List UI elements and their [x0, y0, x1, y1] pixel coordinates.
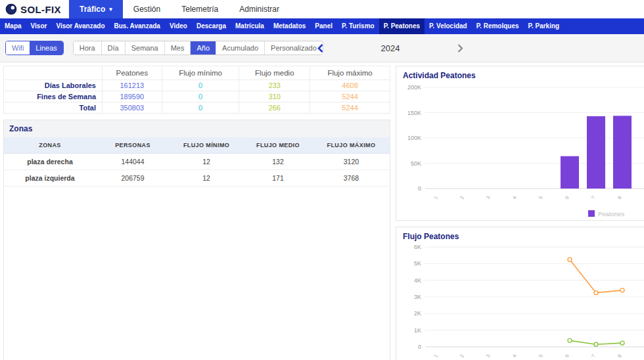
activity-chart-card: Actividad Peatones 050K100K150K200K12345…: [396, 66, 644, 221]
svg-text:6: 6: [564, 353, 570, 359]
period-personalizado-button[interactable]: Personalizado: [264, 41, 323, 55]
zones-header-flujo-medio: FLUJO MEDIO: [243, 137, 313, 154]
flow-line-chart[interactable]: 01K2K3K4K5K6K123456789101112: [396, 242, 644, 360]
subnav-item-visor-avanzado[interactable]: Visor Avanzado: [51, 18, 109, 34]
cell-flujo-maximo: 3120: [313, 154, 390, 170]
flow-chart-title: Flujo Peatones: [396, 227, 644, 242]
topnav-item-gestion[interactable]: Gestión: [123, 0, 171, 18]
topnav-item-administrar[interactable]: Administrar: [229, 0, 290, 18]
period-hora-button[interactable]: Hora: [74, 41, 101, 55]
svg-text:1K: 1K: [414, 327, 421, 334]
cell-personas: 206759: [96, 170, 170, 187]
brand-logo-icon: [5, 3, 17, 15]
subnav-item-descarga[interactable]: Descarga: [192, 18, 231, 34]
topnav-item-telemetria[interactable]: Telemetría: [171, 0, 229, 18]
summary-header-empty: [4, 66, 103, 80]
row-label: Total: [4, 102, 103, 114]
cell-flujo-medio: 266: [239, 102, 310, 114]
svg-text:1: 1: [432, 195, 439, 200]
subnav-item-mapa[interactable]: Mapa: [0, 18, 26, 34]
row-label: Fines de Semana: [4, 91, 103, 102]
topnav-item-trafico[interactable]: Tráfico ▾: [69, 0, 123, 18]
table-row: Días Laborales 161213 0 233 4608: [4, 80, 390, 91]
summary-header-flujo-minimo: Flujo mínimo: [162, 66, 239, 80]
next-year-button[interactable]: [455, 42, 465, 55]
svg-text:6K: 6K: [414, 244, 421, 250]
svg-text:100K: 100K: [407, 135, 421, 141]
brand[interactable]: SOL-FIX: [0, 3, 69, 15]
subnav-item-p-parking[interactable]: P. Parking: [524, 18, 564, 34]
period-ano-button[interactable]: Año: [190, 41, 216, 55]
svg-text:3K: 3K: [414, 294, 421, 300]
cell-peatones: 189590: [103, 91, 162, 102]
flow-chart-card: Flujo Peatones 01K2K3K4K5K6K123456789101…: [396, 227, 644, 360]
brand-name: SOL-FIX: [20, 4, 61, 15]
subnav-item-metadatos[interactable]: Metadatos: [269, 18, 310, 34]
svg-text:6: 6: [564, 195, 570, 200]
cell-flujo-maximo: 3768: [313, 170, 390, 187]
table-row: Fines de Semana 189590 0 310 5244: [4, 91, 390, 102]
subnav-item-bus-avanzada[interactable]: Bus. Avanzada: [110, 18, 165, 34]
svg-text:2K: 2K: [414, 310, 421, 317]
svg-text:3: 3: [485, 195, 492, 200]
table-row: Total 350803 0 266 5244: [4, 102, 390, 114]
zones-header-zonas: ZONAS: [4, 137, 96, 154]
cell-zona: plaza izquierda: [4, 170, 96, 187]
subnav-item-visor[interactable]: Visor: [26, 18, 52, 34]
svg-text:8: 8: [616, 195, 623, 200]
period-acumulado-button[interactable]: Acumulado: [216, 41, 264, 55]
period-semana-button[interactable]: Semana: [125, 41, 164, 55]
period-mes-button[interactable]: Mes: [164, 41, 191, 55]
cell-flujo-maximo: 5244: [310, 102, 390, 114]
cell-flujo-minimo: 0: [162, 80, 239, 91]
wifi-button[interactable]: Wifi: [6, 41, 30, 55]
period-toggle-group: Hora Día Semana Mes Año Acumulado Person…: [73, 41, 323, 55]
previous-year-button[interactable]: [315, 42, 325, 55]
svg-text:3: 3: [485, 353, 492, 359]
lineas-button[interactable]: Lineas: [30, 41, 62, 55]
source-toggle-group: Wifi Lineas: [5, 41, 64, 55]
tables-column: Peatones Flujo mínimo Flujo medio Flujo …: [0, 62, 393, 360]
zones-panel: Zonas ZONAS PERSONAS FLUJO MÍNIMO FLUJO …: [3, 120, 390, 360]
cell-flujo-minimo: 12: [170, 154, 243, 170]
table-row: plaza izquierda 206759 12 171 3768: [4, 170, 390, 187]
subnav-item-p-velocidad[interactable]: P. Velocidad: [425, 18, 472, 34]
cell-flujo-medio: 310: [239, 91, 310, 102]
summary-header-flujo-maximo: Flujo máximo: [310, 66, 390, 80]
subnav-item-video[interactable]: Video: [165, 18, 192, 34]
svg-text:5K: 5K: [414, 260, 421, 267]
svg-text:0: 0: [418, 185, 421, 192]
zones-header-flujo-maximo: FLUJO MÁXIMO: [313, 137, 390, 154]
chevron-down-icon: ▾: [109, 7, 112, 12]
svg-text:2: 2: [459, 195, 465, 200]
subnav-item-p-remolques[interactable]: P. Remolques: [472, 18, 524, 34]
zones-header-flujo-minimo: FLUJO MÍNIMO: [170, 137, 243, 154]
subnav-item-p-turismo[interactable]: P. Turismo: [337, 18, 379, 34]
summary-table: Peatones Flujo mínimo Flujo medio Flujo …: [3, 66, 390, 114]
topnav-item-label: Tráfico: [80, 5, 105, 14]
cell-flujo-medio: 171: [243, 170, 313, 187]
table-row: plaza derecha 144044 12 132 3120: [4, 154, 390, 170]
svg-text:5: 5: [538, 353, 544, 359]
svg-text:5: 5: [538, 195, 544, 200]
cell-zona: plaza derecha: [4, 154, 96, 170]
cell-flujo-minimo: 12: [170, 170, 243, 187]
row-label: Días Laborales: [4, 80, 103, 91]
period-dia-button[interactable]: Día: [101, 41, 125, 55]
year-navigator: 2024: [315, 42, 465, 55]
svg-text:50K: 50K: [411, 160, 421, 167]
svg-text:0: 0: [418, 344, 421, 350]
subnav-item-panel[interactable]: Panel: [310, 18, 337, 34]
year-label: 2024: [381, 43, 400, 53]
subnav-item-p-peatones[interactable]: P. Peatones: [379, 18, 425, 34]
activity-bar-chart[interactable]: 050K100K150K200K123456789101112Peatones: [396, 81, 644, 220]
cell-flujo-minimo: 0: [162, 91, 239, 102]
svg-text:200K: 200K: [407, 84, 421, 91]
zones-header-row: ZONAS PERSONAS FLUJO MÍNIMO FLUJO MEDIO …: [4, 137, 390, 154]
subnav-item-matricula[interactable]: Matrícula: [231, 18, 269, 34]
main-content: Peatones Flujo mínimo Flujo medio Flujo …: [0, 62, 644, 360]
chevron-left-icon: [317, 43, 324, 53]
summary-header-flujo-medio: Flujo medio: [239, 66, 310, 80]
cell-peatones: 350803: [103, 102, 162, 114]
zones-table: ZONAS PERSONAS FLUJO MÍNIMO FLUJO MEDIO …: [4, 137, 390, 187]
